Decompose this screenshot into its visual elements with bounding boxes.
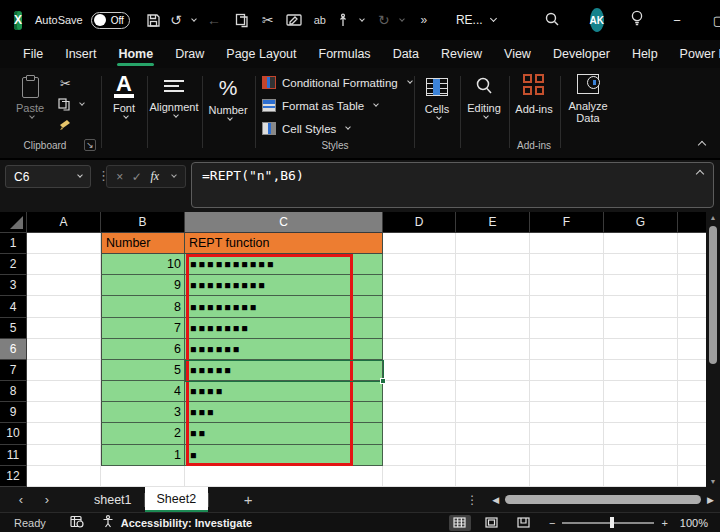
sheet-tab-sheet2[interactable]: Sheet2	[145, 487, 209, 512]
minimize-icon[interactable]: −	[656, 5, 698, 35]
format-as-table-button[interactable]: Format as Table	[262, 99, 378, 112]
formula-input[interactable]: =REPT("n",B6)	[191, 162, 714, 208]
row-header-8[interactable]: 8	[0, 381, 27, 402]
cell[interactable]	[530, 360, 604, 381]
cell-b10[interactable]: 2	[101, 423, 185, 444]
cell-a4[interactable]	[27, 296, 101, 317]
cell[interactable]	[456, 423, 530, 444]
tab-file[interactable]: File	[12, 40, 54, 68]
cell[interactable]	[383, 318, 456, 339]
macro-record-icon[interactable]	[70, 515, 84, 530]
cell-c5[interactable]: ■■■■■■■	[185, 318, 383, 339]
cell[interactable]	[604, 445, 678, 466]
cell[interactable]	[604, 339, 678, 360]
cell[interactable]	[530, 402, 604, 423]
cell[interactable]	[456, 318, 530, 339]
cell[interactable]	[383, 423, 456, 444]
cell-a6[interactable]	[27, 339, 101, 360]
cell-b11[interactable]: 1	[101, 445, 185, 466]
addins-button[interactable]: Add-ins	[511, 74, 557, 115]
zoom-out-icon[interactable]: −	[549, 517, 555, 529]
select-all-corner[interactable]	[0, 212, 27, 233]
cell[interactable]	[530, 466, 604, 487]
cell[interactable]	[530, 233, 604, 254]
insert-function-icon[interactable]: fx	[150, 169, 159, 184]
cell-a5[interactable]	[27, 318, 101, 339]
tab-view[interactable]: View	[493, 40, 542, 68]
cell[interactable]	[678, 466, 706, 487]
alignment-menu-button[interactable]: Alignment	[146, 74, 202, 117]
zoom-slider-thumb[interactable]	[610, 517, 614, 528]
cell[interactable]	[604, 466, 678, 487]
search-icon[interactable]	[544, 11, 560, 30]
cell[interactable]	[530, 318, 604, 339]
editing-menu-button[interactable]: Editing	[460, 74, 508, 118]
row-header-3[interactable]: 3	[0, 275, 27, 296]
new-sheet-icon[interactable]: +	[235, 491, 261, 508]
copy-icon[interactable]	[232, 9, 252, 31]
cell[interactable]	[383, 254, 456, 275]
lightbulb-icon[interactable]	[630, 10, 644, 30]
cell[interactable]	[530, 445, 604, 466]
maximize-icon[interactable]: ▢	[698, 5, 720, 35]
accessibility-status[interactable]: Accessibility: Investigate	[121, 517, 252, 529]
replace-icon[interactable]: ab	[310, 9, 330, 31]
conditional-formatting-button[interactable]: Conditional Formatting	[262, 76, 412, 89]
touch-mode-dropdown-icon[interactable]	[359, 16, 365, 22]
cell-b9[interactable]: 3	[101, 402, 185, 423]
cell-b2[interactable]: 10	[101, 254, 185, 275]
cell-a7[interactable]	[27, 360, 101, 381]
number-menu-button[interactable]: % Number	[202, 74, 254, 120]
cell[interactable]	[456, 360, 530, 381]
cell[interactable]	[678, 423, 706, 444]
cell[interactable]	[678, 381, 706, 402]
cell[interactable]	[383, 381, 456, 402]
tab-page-layout[interactable]: Page Layout	[215, 40, 307, 68]
cell[interactable]	[456, 296, 530, 317]
vertical-scrollbar[interactable]: ▲ ▼	[706, 212, 720, 487]
cell[interactable]	[604, 254, 678, 275]
cell[interactable]	[383, 445, 456, 466]
cell-c10[interactable]: ■■	[185, 423, 383, 444]
cell[interactable]	[678, 402, 706, 423]
cell[interactable]	[530, 423, 604, 444]
cell[interactable]	[604, 233, 678, 254]
column-header-c[interactable]: C	[185, 212, 383, 233]
row-header-9[interactable]: 9	[0, 402, 27, 423]
cell[interactable]	[456, 466, 530, 487]
row-header-5[interactable]: 5	[0, 318, 27, 339]
tab-help[interactable]: Help	[621, 40, 669, 68]
cell-c9[interactable]: ■■■	[185, 402, 383, 423]
tab-developer[interactable]: Developer	[542, 40, 621, 68]
tab-data[interactable]: Data	[382, 40, 430, 68]
paste-button[interactable]: Paste	[16, 74, 44, 118]
cell[interactable]	[383, 402, 456, 423]
cell[interactable]	[678, 233, 706, 254]
cell[interactable]	[604, 360, 678, 381]
page-layout-view-icon[interactable]	[481, 515, 503, 531]
document-title[interactable]: RE...	[456, 13, 496, 27]
cell-b5[interactable]: 7	[101, 318, 185, 339]
cell[interactable]	[604, 275, 678, 296]
cell[interactable]	[456, 402, 530, 423]
cell-a10[interactable]	[27, 423, 101, 444]
scroll-up-icon[interactable]: ▲	[706, 214, 720, 221]
scroll-left-icon[interactable]: ◀	[492, 495, 499, 505]
enter-icon[interactable]: ✓	[132, 170, 142, 184]
more-commands-icon[interactable]: »	[414, 9, 434, 31]
horizontal-scroll-thumb[interactable]	[505, 495, 701, 504]
column-header-a[interactable]: A	[27, 212, 101, 233]
autosave-toggle[interactable]: Off	[91, 12, 130, 29]
cell[interactable]	[678, 445, 706, 466]
cell-c6-selected[interactable]: ■■■■■■	[185, 339, 383, 360]
tab-formulas[interactable]: Formulas	[308, 40, 382, 68]
font-menu-button[interactable]: A Font	[103, 74, 145, 118]
cell[interactable]	[456, 381, 530, 402]
zoom-in-icon[interactable]: +	[661, 517, 667, 529]
cell[interactable]	[530, 254, 604, 275]
cell[interactable]	[604, 402, 678, 423]
cell-c3[interactable]: ■■■■■■■■■	[185, 275, 383, 296]
next-sheet-icon[interactable]: ›	[34, 492, 60, 507]
cut-icon[interactable]: ✂	[258, 9, 278, 31]
row-header-4[interactable]: 4	[0, 296, 27, 317]
